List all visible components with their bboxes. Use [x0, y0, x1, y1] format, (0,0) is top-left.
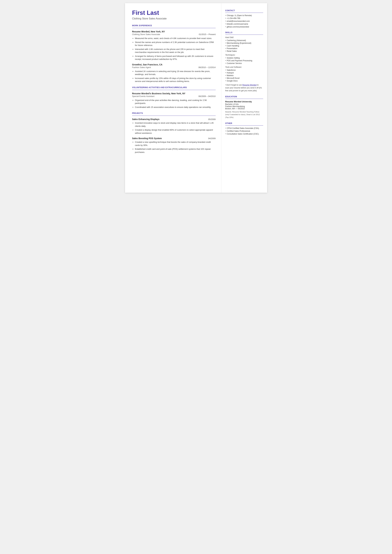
hard-skill-5: Retail Sales — [225, 50, 263, 52]
other-3: Consultative Sales Certification (CSC). — [225, 133, 263, 135]
technique-2: POS and Payment Processing — [225, 60, 263, 62]
education-header: EDUCATION — [225, 96, 263, 98]
job-1-bullet-3: Interacted with 1.6K customers on the ph… — [135, 48, 216, 54]
contact-header: CONTACT — [225, 9, 263, 12]
project-2-date: 04/2009 — [208, 137, 216, 140]
edu-location-date: Boston, MA — 05/2010 — [225, 108, 263, 110]
left-column: First Last Clothing Store Sales Associat… — [125, 3, 221, 193]
hard-skill-1: Cashiering (Advanced) — [225, 39, 263, 42]
job-1-bullet-1: Measured the arms, waist, and chests of … — [135, 37, 216, 40]
tool-5: Google Docs — [225, 80, 263, 82]
project-1-bullet-2: Created a display design that enabled 80… — [135, 128, 216, 134]
edu-field: Fashion Merchandising — [225, 105, 263, 108]
contact-location: Chicago, IL (Open to Remote) — [225, 14, 263, 17]
project-1-bullet-1: Invented innovative ways to stock and di… — [135, 121, 216, 128]
tool-4: Microsoft Excel — [225, 77, 263, 79]
job-1-company-row: Resume Worded, New York, NY — [132, 30, 216, 33]
contact-linkedin: linkedin.com/in/username — [225, 23, 263, 25]
vol-1-company: Resume Worded's Business Society, New Yo… — [132, 92, 186, 95]
other-2: Certified Sales Professional. — [225, 130, 263, 132]
job-2-date: 06/2010 – 12/2014 — [198, 66, 216, 69]
job-1-role-date-row: Clothing Store Sales Associate 01/2015 –… — [132, 33, 216, 35]
skills-header: SKILLS — [225, 31, 263, 34]
job-1-bullets: Measured the arms, waist, and chests of … — [135, 37, 216, 61]
candidate-title: Clothing Store Sales Associate — [132, 17, 216, 20]
other-divider — [225, 125, 263, 126]
resume-worded-link[interactable]: Resume Worded — [242, 84, 257, 86]
resume-worded-note: • Don't forget to use Resume Worded to s… — [225, 84, 263, 92]
project-1-date: 05/2009 — [208, 118, 216, 120]
tool-2: Hubspot — [225, 72, 263, 74]
techniques-label: Techniques: — [225, 54, 263, 56]
job-1-date: 01/2015 – Present — [199, 33, 216, 35]
project-1-bullets: Invented innovative ways to stock and di… — [135, 121, 216, 134]
job-1-role: Clothing Store Sales Associate — [132, 33, 160, 35]
candidate-name: First Last — [132, 9, 216, 16]
resume-page: First Last Clothing Store Sales Associat… — [125, 3, 267, 193]
tool-1: Salesforce — [225, 69, 263, 71]
vol-1-bullet-1: Organized end-of-the-year activities lik… — [135, 99, 216, 105]
technique-1: Solution Selling — [225, 57, 263, 59]
project-2-bullet-1: Created a new upselling technique that b… — [135, 140, 216, 147]
contact-divider — [225, 13, 263, 13]
project-1-title-row: Sales Enhancing Displays 05/2009 — [132, 118, 216, 120]
edu-degree: Bachelor of Arts — [225, 103, 263, 105]
hard-skill-3: Cash Handling — [225, 45, 263, 47]
edu-awards: Awards: Resume Worded Teaching Fellow (o… — [225, 111, 263, 119]
projects-header: PROJECTS — [132, 112, 216, 114]
right-column: CONTACT Chicago, IL (Open to Remote) +1-… — [221, 3, 267, 193]
contact-phone: +1-234-456-789 — [225, 17, 263, 19]
education-divider — [225, 99, 263, 99]
job-2-role: Fashion Sales Agent — [132, 66, 151, 69]
hard-skill-4: Presentation — [225, 47, 263, 49]
vol-1-date: 06/2009 – 04/2010 — [198, 95, 216, 98]
project-1-title: Sales Enhancing Displays — [132, 118, 160, 120]
job-2-role-date-row: Fashion Sales Agent 06/2010 – 12/2014 — [132, 66, 216, 69]
job-2-bullet-1: Assisted 1K customers in selecting and t… — [135, 70, 216, 76]
job-2-company: Growthsi, San Francisco, CA — [132, 63, 162, 66]
skills-divider — [225, 35, 263, 35]
job-2-bullet-2: Increased sales profits by 13% within 45… — [135, 77, 216, 83]
vol-1-role-date-row: Special Events Assistant 06/2009 – 04/20… — [132, 95, 216, 98]
job-1-bullet-4: Arranged for delivery of items purchased… — [135, 55, 216, 61]
contact-email: email@resumeworded.com — [225, 20, 263, 22]
volunteering-divider — [132, 90, 216, 90]
other-header: OTHER — [225, 122, 263, 125]
vol-1-bullet-2: Coordinated with 15 association executiv… — [135, 106, 216, 109]
technique-3: Customer Service — [225, 62, 263, 64]
vol-1-role: Special Events Assistant — [132, 95, 154, 98]
project-2-title-row: Sales Boosting POS System 04/2009 — [132, 137, 216, 140]
work-experience-header: WORK EXPERIENCE — [132, 24, 216, 27]
vol-1-bullets: Organized end-of-the-year activities lik… — [135, 99, 216, 109]
project-2-bullet-2: Established credit card and point-of-sal… — [135, 147, 216, 154]
project-2-title: Sales Boosting POS System — [132, 137, 162, 140]
contact-github: github.com/resumeworded — [225, 26, 263, 28]
job-2-bullets: Assisted 1K customers in selecting and t… — [135, 70, 216, 83]
hard-skill-label: Hard Skill: — [225, 36, 263, 39]
tool-3: Marketo — [225, 74, 263, 77]
job-1-company: Resume Worded, New York, NY — [132, 30, 165, 33]
edu-school: Resume Worded University — [225, 100, 263, 103]
tools-label: Tools and Software: — [225, 66, 263, 68]
other-1: CPSA Certified Sales Associate (CSA). — [225, 127, 263, 129]
vol-1-company-row: Resume Worded's Business Society, New Yo… — [132, 92, 216, 95]
hard-skill-2: Merchandising (Experienced) — [225, 42, 263, 44]
job-2-company-row: Growthsi, San Francisco, CA — [132, 63, 216, 66]
job-1-bullet-2: Stored the names and phone numbers of 2.… — [135, 41, 216, 47]
volunteering-header: VOLUNTEERING ACTIVITIES AND EXTRACURRICU… — [132, 86, 216, 89]
projects-divider — [132, 116, 216, 116]
project-2-bullets: Created a new upselling technique that b… — [135, 140, 216, 154]
